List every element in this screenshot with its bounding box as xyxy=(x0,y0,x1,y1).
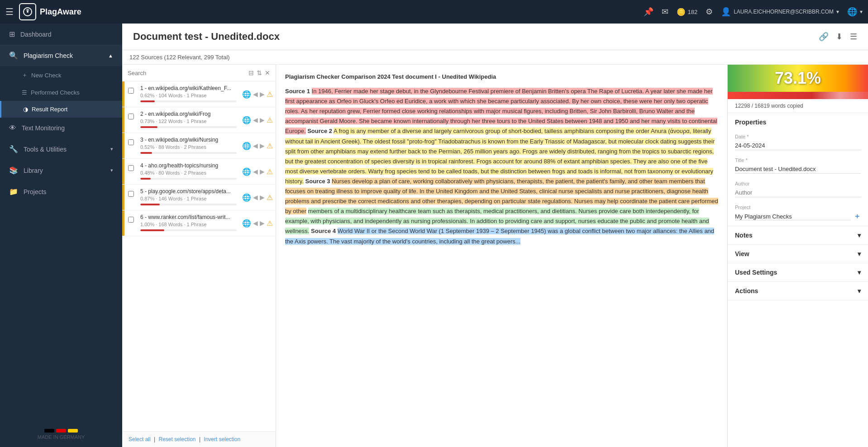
source-url: 3 - en.wikipedia.org/wiki/Nursing xyxy=(140,137,237,143)
mail-icon[interactable]: ✉ xyxy=(662,7,668,17)
library-icon: 📚 xyxy=(9,166,18,175)
notes-section-header[interactable]: Notes ▾ xyxy=(728,226,868,244)
project-add-button[interactable]: ＋ xyxy=(854,212,861,221)
used-settings-section-header[interactable]: Used Settings ▾ xyxy=(728,263,868,281)
source-next-icon[interactable]: ▶ xyxy=(260,168,265,175)
source-globe-icon[interactable]: 🌐 xyxy=(242,142,251,150)
sidebar-item-label-text-monitoring: Text Monitoring xyxy=(22,124,65,132)
date-input[interactable] xyxy=(735,141,861,150)
project-select[interactable]: My Plagiarsm Checks xyxy=(735,213,851,220)
source-item[interactable]: 6 - www.ranker.com/list/famous-writ... 1… xyxy=(122,210,276,236)
sidebar: ⊞ Dashboard 🔍 Plagiarism Check ▲ ＋ New C… xyxy=(0,24,122,447)
sources-count-text: 122 Sources (122 Relevant, 299 Total) xyxy=(129,54,230,61)
score-value: 73.1% xyxy=(775,69,821,88)
hamburger-icon[interactable]: ☰ xyxy=(5,6,14,17)
source-globe-icon[interactable]: 🌐 xyxy=(242,167,251,176)
source-actions: 🌐 ◀ ▶ ⚠ xyxy=(239,159,276,184)
view-expand-icon: ▾ xyxy=(858,250,861,257)
source-globe-icon[interactable]: 🌐 xyxy=(242,193,251,202)
source-next-icon[interactable]: ▶ xyxy=(260,90,265,98)
dashboard-icon: ⊞ xyxy=(9,30,15,38)
download-icon[interactable]: ⬇ xyxy=(836,32,843,42)
source-warning-icon[interactable]: ⚠ xyxy=(267,167,273,176)
source-next-icon[interactable]: ▶ xyxy=(260,194,265,201)
project-row: My Plagiarsm Checks ＋ xyxy=(735,212,861,221)
source-prev-icon[interactable]: ◀ xyxy=(253,142,258,149)
source-item[interactable]: 4 - aho.org/health-topics/nursing 0.48% … xyxy=(122,159,276,185)
filter-icon[interactable]: ⊟ xyxy=(248,69,254,76)
plagiarism-check-icon: 🔍 xyxy=(9,51,18,60)
source-prev-icon[interactable]: ◀ xyxy=(253,116,258,124)
source-warning-icon[interactable]: ⚠ xyxy=(267,90,273,99)
sidebar-item-tools-utilities[interactable]: 🔧 Tools & Utilities ▾ xyxy=(0,138,122,160)
sidebar-subitem-new-check[interactable]: ＋ New Check xyxy=(0,66,122,84)
user-menu[interactable]: 👤 LAURA.EICHHORNER@SCRIBBR.COM ▾ xyxy=(721,7,839,17)
language-menu[interactable]: 🌐 ▾ xyxy=(847,7,863,17)
date-label: Date * xyxy=(735,134,861,139)
source-actions: 🌐 ◀ ▶ ⚠ xyxy=(239,133,276,158)
sidebar-footer: MADE IN GERMANY xyxy=(0,422,122,447)
source-checkbox[interactable] xyxy=(128,191,134,197)
source-checkbox[interactable] xyxy=(128,114,134,119)
source-progress-fill xyxy=(140,178,151,180)
source-next-icon[interactable]: ▶ xyxy=(260,219,265,227)
settings-icon[interactable]: ⚙ xyxy=(706,7,713,17)
source-progress-fill xyxy=(140,204,160,205)
source-globe-icon[interactable]: 🌐 xyxy=(242,90,251,99)
document-text-area[interactable]: Plagiarism Checker Comparison 2024 Test … xyxy=(276,65,727,447)
main-layout: ⊞ Dashboard 🔍 Plagiarism Check ▲ ＋ New C… xyxy=(0,24,868,447)
source-warning-icon[interactable]: ⚠ xyxy=(267,116,273,124)
pin-icon[interactable]: 📌 xyxy=(644,7,653,17)
sources-items-container: 1 - en.wikipedia.org/wiki/Kathleen_F... … xyxy=(122,81,276,236)
sidebar-item-plagiarism-check[interactable]: 🔍 Plagiarism Check ▲ xyxy=(0,45,122,66)
sidebar-subitem-result-report[interactable]: ◑ Result Report xyxy=(0,101,122,118)
sidebar-item-text-monitoring[interactable]: 👁 Text Monitoring xyxy=(0,118,122,138)
source-item[interactable]: 5 - play.google.com/store/apps/deta... 0… xyxy=(122,185,276,210)
search-input[interactable] xyxy=(128,70,246,76)
sort-icon[interactable]: ⇅ xyxy=(257,69,262,76)
more-menu-icon[interactable]: ☰ xyxy=(850,32,857,42)
author-input[interactable] xyxy=(735,188,861,197)
source-checkbox[interactable] xyxy=(128,165,134,171)
source-url: 4 - aho.org/health-topics/nursing xyxy=(140,162,237,169)
source-globe-icon[interactable]: 🌐 xyxy=(242,219,251,228)
source-checkbox[interactable] xyxy=(128,139,134,145)
source-item[interactable]: 1 - en.wikipedia.org/wiki/Kathleen_F... … xyxy=(122,81,276,107)
source-prev-icon[interactable]: ◀ xyxy=(253,168,258,175)
source-content: 3 - en.wikipedia.org/wiki/Nursing 0.52% … xyxy=(138,133,239,158)
source-prev-icon[interactable]: ◀ xyxy=(253,90,258,98)
properties-section-header[interactable]: Properties xyxy=(728,113,868,131)
sidebar-item-dashboard[interactable]: ⊞ Dashboard xyxy=(0,24,122,45)
top-nav-icons: 📌 ✉ 🪙 182 ⚙ 👤 LAURA.EICHHORNER@SCRIBBR.C… xyxy=(644,7,863,17)
source-checkbox[interactable] xyxy=(128,88,134,94)
used-settings-expand-icon: ▾ xyxy=(858,269,861,276)
performed-checks-icon: ☰ xyxy=(22,89,27,96)
sidebar-subitem-performed-checks[interactable]: ☰ Performed Checks xyxy=(0,84,122,101)
source-next-icon[interactable]: ▶ xyxy=(260,116,265,124)
source-globe-icon[interactable]: 🌐 xyxy=(242,116,251,124)
source-warning-icon[interactable]: ⚠ xyxy=(267,219,273,228)
reset-selection-link[interactable]: Reset selection xyxy=(159,436,196,442)
source-item[interactable]: 2 - en.wikipedia.org/wiki/Frog 0.73% · 1… xyxy=(122,107,276,133)
source-checkbox[interactable] xyxy=(128,217,134,223)
source-checkbox-wrapper xyxy=(124,185,138,210)
source-prev-icon[interactable]: ◀ xyxy=(253,194,258,201)
source-item[interactable]: 3 - en.wikipedia.org/wiki/Nursing 0.52% … xyxy=(122,133,276,159)
invert-selection-link[interactable]: Invert selection xyxy=(204,436,240,442)
source-warning-icon[interactable]: ⚠ xyxy=(267,193,273,202)
source-next-icon[interactable]: ▶ xyxy=(260,142,265,149)
share-icon[interactable]: 🔗 xyxy=(819,32,829,42)
clear-search-icon[interactable]: ✕ xyxy=(265,69,270,76)
sidebar-item-library[interactable]: 📚 Library ▾ xyxy=(0,160,122,181)
source-warning-icon[interactable]: ⚠ xyxy=(267,142,273,150)
coins-icon: 🪙 xyxy=(677,8,686,16)
sidebar-item-projects[interactable]: 📁 Projects xyxy=(0,181,122,202)
select-all-link[interactable]: Select all xyxy=(129,436,151,442)
actions-section-header[interactable]: Actions ▾ xyxy=(728,282,868,300)
view-label: View xyxy=(735,250,749,257)
title-input[interactable] xyxy=(735,165,861,174)
source-actions: 🌐 ◀ ▶ ⚠ xyxy=(239,210,276,236)
notes-label: Notes xyxy=(735,232,753,239)
view-section-header[interactable]: View ▾ xyxy=(728,245,868,263)
source-prev-icon[interactable]: ◀ xyxy=(253,219,258,227)
